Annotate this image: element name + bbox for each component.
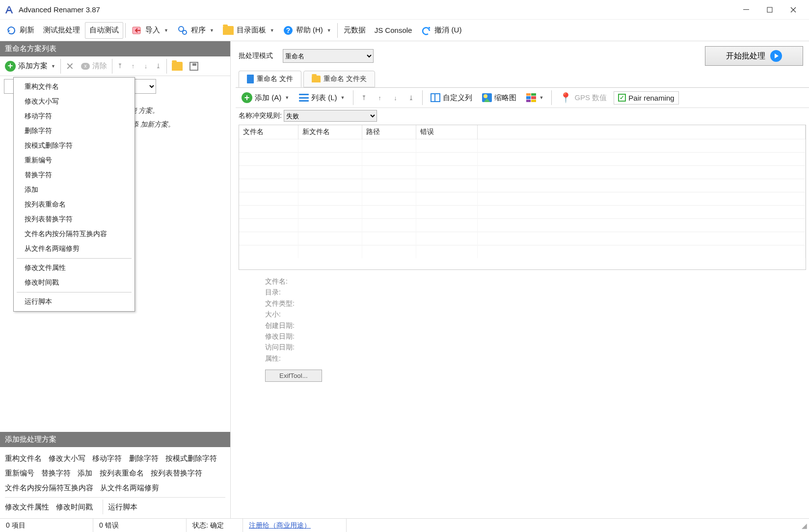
caret-down-icon: ▼ [210, 28, 214, 33]
gear-icon [177, 25, 188, 36]
add-batch-panel: 添加批处理方案 重构文件名 修改大小写 移动字符 删除字符 按模式删除字符 重新… [0, 432, 230, 518]
batch-link[interactable]: 按列表替换字符 [151, 466, 202, 480]
menu-item[interactable]: 移动字符 [14, 109, 135, 124]
thumbnails-button[interactable]: 缩略图 [479, 91, 519, 105]
col-filename[interactable]: 文件名 [239, 125, 298, 139]
menu-item[interactable]: 文件名内按分隔符互换内容 [14, 227, 135, 241]
file-table[interactable]: 文件名 新文件名 路径 错误 [239, 125, 806, 270]
batch-link[interactable]: 修改文件属性 [5, 500, 49, 514]
menu-item[interactable]: 修改文件属性 [14, 261, 135, 275]
status-errors: 0 错误 [93, 519, 187, 532]
undo-button[interactable]: 撤消 (U) [417, 22, 465, 39]
add-method-button[interactable]: + 添加方案▼ [2, 59, 58, 74]
batch-link[interactable]: 文件名内按分隔符互换内容 [5, 480, 93, 495]
batch-link[interactable]: 运行脚本 [108, 500, 137, 514]
help-button[interactable]: ? 帮助 (H)▼ [279, 22, 335, 39]
image-icon [482, 93, 492, 102]
batch-link[interactable]: 按模式删除字符 [165, 451, 217, 466]
menu-item[interactable]: 从文件名两端修剪 [14, 241, 135, 256]
open-preset-button[interactable] [169, 60, 186, 73]
remove-method-button[interactable]: ✕ [63, 58, 77, 74]
program-button[interactable]: 程序▼ [173, 22, 218, 39]
move-down-button[interactable]: ↓ [140, 59, 152, 73]
batch-link[interactable]: 删除字符 [129, 451, 159, 466]
batch-link[interactable]: 添加 [78, 466, 92, 480]
item-move-up-button[interactable]: ↑ [374, 91, 386, 105]
col-path[interactable]: 路径 [362, 125, 416, 139]
tab-rename-files[interactable]: 重命名 文件 [239, 71, 301, 87]
file-toolbar: + 添加 (A)▼ 列表 (L)▼ ⤒ ↑ ↓ ⤓ 自定义列 缩略图 [236, 87, 809, 108]
move-top-button[interactable]: ⤒ [114, 59, 126, 73]
item-move-bottom-button[interactable]: ⤓ [405, 91, 417, 105]
table-row [239, 232, 806, 245]
minimize-button[interactable] [734, 3, 758, 17]
batch-link[interactable]: 重构文件名 [5, 451, 42, 466]
col-error[interactable]: 错误 [416, 125, 477, 139]
test-batch-button[interactable]: 测试批处理 [39, 22, 84, 39]
methods-toolbar: + 添加方案▼ ✕ x 清除 ⤒ ↑ ↓ ⤓ [0, 56, 230, 76]
clear-methods-button[interactable]: x 清除 [78, 59, 110, 73]
plus-icon: + [242, 92, 252, 103]
gps-button[interactable]: 📍 GPS 数值 [557, 90, 610, 106]
move-up-button[interactable]: ↑ [127, 59, 139, 73]
menu-item[interactable]: 修改时间戳 [14, 275, 135, 290]
batch-link[interactable]: 修改时间戳 [56, 500, 93, 514]
close-button[interactable] [782, 3, 805, 17]
conflict-rule-select[interactable]: 失败 [284, 110, 377, 122]
save-preset-button[interactable] [187, 60, 201, 73]
menu-item[interactable]: 替换字符 [14, 168, 135, 183]
menu-item[interactable]: 重构文件名 [14, 80, 135, 94]
maximize-button[interactable] [758, 3, 782, 17]
auto-test-button[interactable]: 自动测试 [85, 22, 123, 39]
metadata-button[interactable]: 元数据 [340, 22, 370, 39]
resize-grip-icon[interactable]: ◢ [802, 522, 807, 530]
caret-down-icon: ▼ [51, 64, 55, 69]
dir-panel-button[interactable]: 目录面板▼ [219, 22, 278, 39]
menu-item[interactable]: 修改大小写 [14, 94, 135, 109]
custom-columns-button[interactable]: 自定义列 [428, 91, 475, 105]
svg-point-4 [183, 30, 187, 34]
pair-renaming-toggle[interactable]: ✓ Pair renaming [614, 91, 678, 105]
plus-icon: + [5, 61, 16, 72]
menu-item[interactable]: 添加 [14, 183, 135, 197]
item-move-down-button[interactable]: ↓ [390, 91, 402, 105]
batch-link[interactable]: 替换字符 [41, 466, 71, 480]
refresh-button[interactable]: 刷新 [2, 22, 38, 39]
table-row [239, 245, 806, 258]
clear-icon: x [81, 63, 90, 70]
col-newname[interactable]: 新文件名 [298, 125, 362, 139]
move-bottom-button[interactable]: ⤓ [153, 59, 164, 73]
list-button[interactable]: 列表 (L)▼ [296, 91, 348, 105]
batch-link[interactable]: 修改大小写 [49, 451, 85, 466]
tab-rename-folders[interactable]: 重命名 文件夹 [303, 71, 375, 87]
batch-link[interactable]: 按列表重命名 [100, 466, 144, 480]
table-row [239, 192, 806, 205]
js-console-button[interactable]: JS Console [371, 22, 416, 39]
checkbox-checked-icon: ✓ [618, 94, 626, 102]
batch-link[interactable]: 从文件名两端修剪 [100, 480, 159, 495]
main-toolbar: 刷新 测试批处理 自动测试 导入▼ 程序▼ 目录面板▼ ? 帮助 (H)▼ 元数… [0, 20, 809, 41]
association-button[interactable]: ▼ [523, 91, 547, 104]
menu-item[interactable]: 删除字符 [14, 124, 135, 138]
col-extra[interactable] [477, 125, 806, 139]
import-icon [132, 25, 142, 36]
menu-item[interactable]: 按列表替换字符 [14, 212, 135, 227]
exiftool-button[interactable]: ExifTool... [265, 370, 322, 382]
import-button[interactable]: 导入▼ [128, 22, 172, 39]
batch-link[interactable]: 重新编号 [5, 466, 34, 480]
menu-item[interactable]: 按模式删除字符 [14, 138, 135, 153]
batch-mode-select[interactable]: 重命名 [283, 49, 374, 63]
caret-down-icon: ▼ [285, 95, 289, 100]
item-move-top-button[interactable]: ⤒ [358, 91, 370, 105]
menu-item[interactable]: 重新编号 [14, 153, 135, 168]
conflict-rule-label: 名称冲突规则: [239, 111, 282, 120]
start-batch-button[interactable]: 开始批处理 [705, 46, 803, 66]
add-files-button[interactable]: + 添加 (A)▼ [239, 90, 292, 105]
undo-icon [421, 25, 431, 36]
caret-down-icon: ▼ [270, 28, 274, 33]
register-link[interactable]: 注册给（商业用途） [249, 521, 311, 530]
batch-link[interactable]: 移动字符 [92, 451, 122, 466]
menu-item[interactable]: 运行脚本 [14, 294, 135, 309]
batch-mode-label: 批处理模式 [239, 52, 273, 60]
menu-item[interactable]: 按列表重命名 [14, 197, 135, 212]
